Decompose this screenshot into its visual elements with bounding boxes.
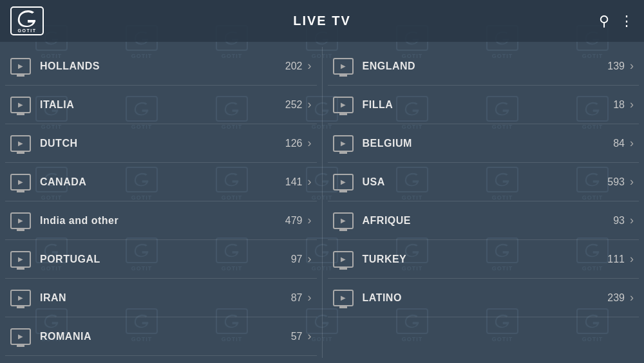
list-item[interactable]: HOLLANDS 202 ›	[5, 47, 317, 86]
item-count: 84	[613, 138, 625, 149]
list-item[interactable]: TURKEY 111 ›	[328, 240, 639, 279]
tv-icon	[10, 135, 31, 152]
item-name: IRAN	[40, 292, 291, 304]
item-count: 126	[285, 138, 303, 149]
item-count: 87	[291, 292, 303, 304]
search-icon[interactable]: ⚲	[599, 13, 609, 30]
chevron-icon: ›	[308, 330, 312, 343]
list-item[interactable]: ITALIA 252 ›	[5, 86, 317, 124]
item-count: 252	[285, 99, 303, 111]
logo-text: GOTIT	[18, 28, 37, 33]
chevron-icon: ›	[630, 98, 634, 111]
tv-icon	[10, 58, 31, 75]
chevron-icon: ›	[308, 214, 312, 227]
item-count: 97	[291, 254, 303, 265]
tv-icon	[333, 174, 354, 191]
svg-rect-35	[28, 20, 35, 22]
list-item[interactable]: India and other 479 ›	[5, 201, 317, 240]
list-item[interactable]: CANADA 141 ›	[5, 163, 317, 201]
chevron-icon: ›	[308, 175, 312, 189]
tv-icon	[10, 97, 31, 113]
tv-icon	[10, 290, 31, 306]
item-name: AFRIQUE	[363, 215, 614, 227]
item-name: ROMANIA	[40, 331, 291, 342]
item-name: PORTUGAL	[40, 254, 291, 265]
list-item[interactable]: LATINO 239 ›	[328, 279, 639, 317]
logo-g-icon	[16, 10, 38, 28]
tv-icon	[333, 212, 354, 229]
item-name: LATINO	[363, 292, 608, 304]
item-count: 111	[607, 254, 625, 265]
chevron-icon: ›	[308, 98, 312, 111]
chevron-icon: ›	[308, 59, 312, 73]
main-content: HOLLANDS 202 › ITALIA 252 › DUTCH 126 › …	[0, 42, 644, 363]
tv-icon	[10, 212, 31, 229]
list-item[interactable]: PORTUGAL 97 ›	[5, 240, 317, 279]
logo-area: GOTIT	[10, 6, 44, 35]
page-title: LIVE TV	[293, 14, 351, 28]
item-name: HOLLANDS	[40, 60, 285, 72]
item-name: FILLA	[363, 99, 614, 111]
tv-icon	[10, 328, 31, 345]
chevron-icon: ›	[308, 291, 312, 304]
item-count: 202	[285, 60, 303, 72]
header-actions: ⚲ ⋮	[599, 13, 634, 30]
tv-icon	[333, 251, 354, 268]
item-count: 139	[607, 60, 625, 72]
item-count: 239	[607, 292, 625, 304]
item-name: India and other	[40, 215, 285, 227]
item-count: 141	[285, 176, 303, 188]
list-item[interactable]: BELGIUM 84 ›	[328, 124, 639, 163]
item-name: TURKEY	[363, 254, 608, 265]
chevron-icon: ›	[630, 136, 634, 150]
tv-icon	[333, 97, 354, 113]
item-count: 479	[285, 215, 303, 227]
item-name: BELGIUM	[363, 138, 614, 149]
list-item[interactable]: FILLA 18 ›	[328, 86, 639, 124]
tv-icon	[333, 135, 354, 152]
more-menu-icon[interactable]: ⋮	[620, 13, 634, 30]
item-name: ITALIA	[40, 99, 285, 111]
list-item[interactable]: ROMANIA 57 ›	[5, 317, 317, 356]
app-header: GOTIT LIVE TV ⚲ ⋮	[0, 0, 644, 42]
item-count: 93	[613, 215, 625, 227]
item-name: ENGLAND	[363, 60, 608, 72]
tv-icon	[333, 290, 354, 306]
tv-icon	[10, 174, 31, 191]
left-column: HOLLANDS 202 › ITALIA 252 › DUTCH 126 › …	[0, 47, 323, 358]
list-item[interactable]: USA 593 ›	[328, 163, 639, 201]
chevron-icon: ›	[630, 175, 634, 189]
chevron-icon: ›	[630, 291, 634, 304]
list-item[interactable]: AFRIQUE 93 ›	[328, 201, 639, 240]
chevron-icon: ›	[630, 214, 634, 227]
chevron-icon: ›	[630, 252, 634, 266]
tv-icon	[333, 58, 354, 75]
item-name: CANADA	[40, 176, 285, 188]
list-item[interactable]: DUTCH 126 ›	[5, 124, 317, 163]
chevron-icon: ›	[630, 59, 634, 73]
tv-icon	[10, 251, 31, 268]
chevron-icon: ›	[308, 136, 312, 150]
right-column: ENGLAND 139 › FILLA 18 › BELGIUM 84 › US…	[323, 47, 645, 358]
item-count: 593	[607, 176, 625, 188]
logo-box: GOTIT	[10, 6, 44, 35]
item-name: USA	[363, 176, 608, 188]
list-item[interactable]: IRAN 87 ›	[5, 279, 317, 317]
chevron-icon: ›	[308, 252, 312, 266]
item-count: 18	[613, 99, 625, 111]
item-name: DUTCH	[40, 138, 285, 149]
list-item[interactable]: ENGLAND 139 ›	[328, 47, 639, 86]
item-count: 57	[291, 331, 303, 342]
